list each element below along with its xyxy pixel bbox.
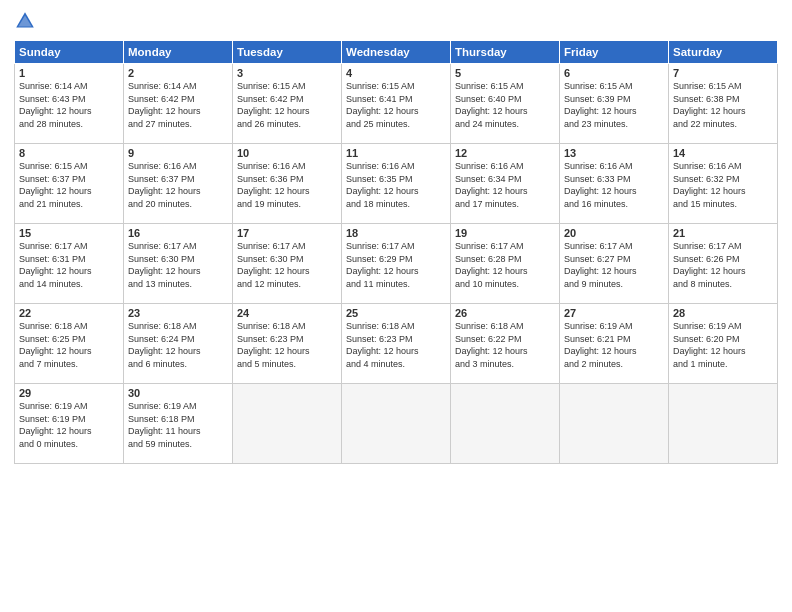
day-info: Sunrise: 6:16 AM Sunset: 6:37 PM Dayligh… — [128, 160, 228, 210]
day-info: Sunrise: 6:17 AM Sunset: 6:30 PM Dayligh… — [128, 240, 228, 290]
calendar-header-row: SundayMondayTuesdayWednesdayThursdayFrid… — [15, 41, 778, 64]
day-number: 26 — [455, 307, 555, 319]
logo — [14, 10, 40, 32]
calendar-day: 22Sunrise: 6:18 AM Sunset: 6:25 PM Dayli… — [15, 304, 124, 384]
day-number: 16 — [128, 227, 228, 239]
calendar-day: 23Sunrise: 6:18 AM Sunset: 6:24 PM Dayli… — [124, 304, 233, 384]
day-number: 19 — [455, 227, 555, 239]
day-number: 17 — [237, 227, 337, 239]
day-info: Sunrise: 6:18 AM Sunset: 6:22 PM Dayligh… — [455, 320, 555, 370]
day-number: 29 — [19, 387, 119, 399]
calendar-day: 8Sunrise: 6:15 AM Sunset: 6:37 PM Daylig… — [15, 144, 124, 224]
day-info: Sunrise: 6:16 AM Sunset: 6:35 PM Dayligh… — [346, 160, 446, 210]
day-info: Sunrise: 6:17 AM Sunset: 6:30 PM Dayligh… — [237, 240, 337, 290]
day-info: Sunrise: 6:14 AM Sunset: 6:42 PM Dayligh… — [128, 80, 228, 130]
day-number: 14 — [673, 147, 773, 159]
day-info: Sunrise: 6:19 AM Sunset: 6:20 PM Dayligh… — [673, 320, 773, 370]
calendar-header-wednesday: Wednesday — [342, 41, 451, 64]
day-info: Sunrise: 6:15 AM Sunset: 6:38 PM Dayligh… — [673, 80, 773, 130]
calendar-week-2: 8Sunrise: 6:15 AM Sunset: 6:37 PM Daylig… — [15, 144, 778, 224]
day-number: 4 — [346, 67, 446, 79]
day-info: Sunrise: 6:16 AM Sunset: 6:36 PM Dayligh… — [237, 160, 337, 210]
day-number: 2 — [128, 67, 228, 79]
calendar-day: 20Sunrise: 6:17 AM Sunset: 6:27 PM Dayli… — [560, 224, 669, 304]
calendar-day: 6Sunrise: 6:15 AM Sunset: 6:39 PM Daylig… — [560, 64, 669, 144]
day-info: Sunrise: 6:16 AM Sunset: 6:34 PM Dayligh… — [455, 160, 555, 210]
day-number: 9 — [128, 147, 228, 159]
day-number: 15 — [19, 227, 119, 239]
day-number: 12 — [455, 147, 555, 159]
day-info: Sunrise: 6:18 AM Sunset: 6:25 PM Dayligh… — [19, 320, 119, 370]
calendar-header-friday: Friday — [560, 41, 669, 64]
calendar-day: 28Sunrise: 6:19 AM Sunset: 6:20 PM Dayli… — [669, 304, 778, 384]
day-info: Sunrise: 6:14 AM Sunset: 6:43 PM Dayligh… — [19, 80, 119, 130]
calendar-header-thursday: Thursday — [451, 41, 560, 64]
day-info: Sunrise: 6:18 AM Sunset: 6:23 PM Dayligh… — [346, 320, 446, 370]
calendar-day: 4Sunrise: 6:15 AM Sunset: 6:41 PM Daylig… — [342, 64, 451, 144]
day-number: 5 — [455, 67, 555, 79]
calendar-week-5: 29Sunrise: 6:19 AM Sunset: 6:19 PM Dayli… — [15, 384, 778, 464]
calendar-header-saturday: Saturday — [669, 41, 778, 64]
day-info: Sunrise: 6:17 AM Sunset: 6:29 PM Dayligh… — [346, 240, 446, 290]
calendar-day: 13Sunrise: 6:16 AM Sunset: 6:33 PM Dayli… — [560, 144, 669, 224]
day-info: Sunrise: 6:17 AM Sunset: 6:26 PM Dayligh… — [673, 240, 773, 290]
day-number: 1 — [19, 67, 119, 79]
calendar-day: 16Sunrise: 6:17 AM Sunset: 6:30 PM Dayli… — [124, 224, 233, 304]
day-number: 8 — [19, 147, 119, 159]
calendar-day: 26Sunrise: 6:18 AM Sunset: 6:22 PM Dayli… — [451, 304, 560, 384]
logo-icon — [14, 10, 36, 32]
calendar-day — [669, 384, 778, 464]
calendar-day: 3Sunrise: 6:15 AM Sunset: 6:42 PM Daylig… — [233, 64, 342, 144]
calendar-day: 5Sunrise: 6:15 AM Sunset: 6:40 PM Daylig… — [451, 64, 560, 144]
calendar-day — [342, 384, 451, 464]
calendar-day: 29Sunrise: 6:19 AM Sunset: 6:19 PM Dayli… — [15, 384, 124, 464]
header-row — [14, 10, 778, 32]
calendar-day — [451, 384, 560, 464]
calendar-week-4: 22Sunrise: 6:18 AM Sunset: 6:25 PM Dayli… — [15, 304, 778, 384]
calendar-table: SundayMondayTuesdayWednesdayThursdayFrid… — [14, 40, 778, 464]
day-number: 27 — [564, 307, 664, 319]
day-info: Sunrise: 6:16 AM Sunset: 6:33 PM Dayligh… — [564, 160, 664, 210]
day-info: Sunrise: 6:19 AM Sunset: 6:21 PM Dayligh… — [564, 320, 664, 370]
calendar-day: 9Sunrise: 6:16 AM Sunset: 6:37 PM Daylig… — [124, 144, 233, 224]
day-number: 18 — [346, 227, 446, 239]
day-number: 21 — [673, 227, 773, 239]
calendar-day: 21Sunrise: 6:17 AM Sunset: 6:26 PM Dayli… — [669, 224, 778, 304]
calendar-header-monday: Monday — [124, 41, 233, 64]
day-number: 10 — [237, 147, 337, 159]
day-info: Sunrise: 6:19 AM Sunset: 6:18 PM Dayligh… — [128, 400, 228, 450]
day-number: 3 — [237, 67, 337, 79]
calendar-day: 27Sunrise: 6:19 AM Sunset: 6:21 PM Dayli… — [560, 304, 669, 384]
calendar-day: 17Sunrise: 6:17 AM Sunset: 6:30 PM Dayli… — [233, 224, 342, 304]
calendar-header-tuesday: Tuesday — [233, 41, 342, 64]
day-info: Sunrise: 6:17 AM Sunset: 6:27 PM Dayligh… — [564, 240, 664, 290]
day-number: 25 — [346, 307, 446, 319]
main-container: SundayMondayTuesdayWednesdayThursdayFrid… — [0, 0, 792, 470]
calendar-day: 12Sunrise: 6:16 AM Sunset: 6:34 PM Dayli… — [451, 144, 560, 224]
calendar-day: 19Sunrise: 6:17 AM Sunset: 6:28 PM Dayli… — [451, 224, 560, 304]
day-info: Sunrise: 6:16 AM Sunset: 6:32 PM Dayligh… — [673, 160, 773, 210]
calendar-day: 11Sunrise: 6:16 AM Sunset: 6:35 PM Dayli… — [342, 144, 451, 224]
day-number: 13 — [564, 147, 664, 159]
day-info: Sunrise: 6:18 AM Sunset: 6:23 PM Dayligh… — [237, 320, 337, 370]
day-number: 30 — [128, 387, 228, 399]
day-info: Sunrise: 6:17 AM Sunset: 6:28 PM Dayligh… — [455, 240, 555, 290]
calendar-day — [560, 384, 669, 464]
day-info: Sunrise: 6:15 AM Sunset: 6:40 PM Dayligh… — [455, 80, 555, 130]
calendar-day: 24Sunrise: 6:18 AM Sunset: 6:23 PM Dayli… — [233, 304, 342, 384]
calendar-day: 15Sunrise: 6:17 AM Sunset: 6:31 PM Dayli… — [15, 224, 124, 304]
day-info: Sunrise: 6:15 AM Sunset: 6:39 PM Dayligh… — [564, 80, 664, 130]
calendar-day: 7Sunrise: 6:15 AM Sunset: 6:38 PM Daylig… — [669, 64, 778, 144]
day-info: Sunrise: 6:17 AM Sunset: 6:31 PM Dayligh… — [19, 240, 119, 290]
day-number: 20 — [564, 227, 664, 239]
day-info: Sunrise: 6:15 AM Sunset: 6:42 PM Dayligh… — [237, 80, 337, 130]
day-number: 6 — [564, 67, 664, 79]
day-info: Sunrise: 6:15 AM Sunset: 6:37 PM Dayligh… — [19, 160, 119, 210]
calendar-week-3: 15Sunrise: 6:17 AM Sunset: 6:31 PM Dayli… — [15, 224, 778, 304]
calendar-day: 30Sunrise: 6:19 AM Sunset: 6:18 PM Dayli… — [124, 384, 233, 464]
calendar-day: 2Sunrise: 6:14 AM Sunset: 6:42 PM Daylig… — [124, 64, 233, 144]
day-number: 28 — [673, 307, 773, 319]
calendar-day: 10Sunrise: 6:16 AM Sunset: 6:36 PM Dayli… — [233, 144, 342, 224]
calendar-header-sunday: Sunday — [15, 41, 124, 64]
day-number: 23 — [128, 307, 228, 319]
